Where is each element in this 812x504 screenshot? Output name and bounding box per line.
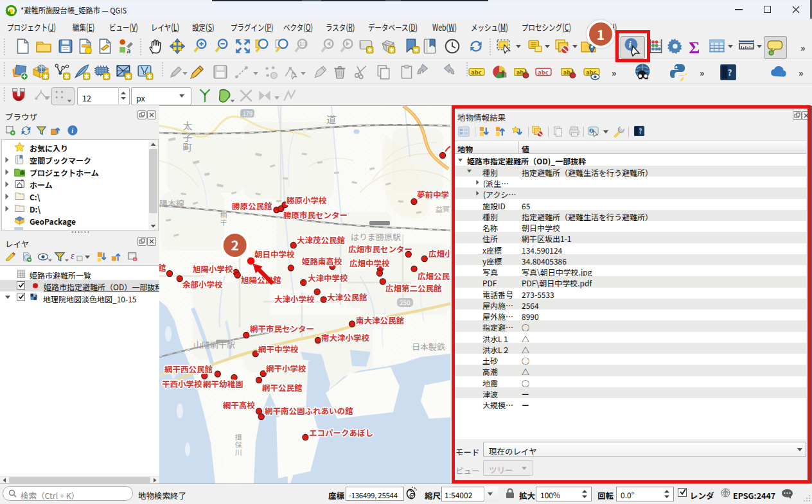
svg-text:大津茂公民館: 大津茂公民館	[297, 234, 345, 246]
svg-text:網干幼稚園: 網干幼稚園	[203, 378, 243, 390]
svg-text:大津中学校: 大津中学校	[308, 272, 348, 284]
svg-text:桐干: 桐干	[218, 212, 229, 226]
svg-text:益賀: 益賀	[436, 204, 450, 214]
svg-text:ab: ab	[563, 67, 570, 76]
svg-text:広畑公民: 広畑公民	[418, 270, 450, 282]
svg-text:日本製鉄: 日本製鉄	[412, 340, 446, 352]
svg-text:余部小学校: 余部小学校	[182, 278, 223, 290]
svg-text:1:1: 1:1	[299, 40, 307, 47]
svg-text:網干南公園ふれあいの館: 網干南公園ふれあいの館	[265, 404, 353, 417]
svg-text:大津公民館: 大津公民館	[327, 291, 367, 303]
svg-text:広畑中学校: 広畑中学校	[349, 257, 390, 269]
svg-text:250: 250	[400, 297, 410, 307]
svg-text:陽本線: 陽本線	[159, 197, 184, 209]
svg-text:勝原小学校: 勝原小学校	[287, 194, 327, 206]
svg-text:網干小学校: 網干小学校	[266, 362, 306, 374]
svg-text:はりま勝原駅: はりま勝原駅	[351, 230, 401, 243]
svg-text:広畑市民センター: 広畑市民センター	[348, 243, 412, 255]
svg-text:夢前中学: 夢前中学	[417, 188, 449, 200]
svg-text:姫路南高校: 姫路南高校	[302, 255, 342, 267]
svg-text:?: ?	[727, 65, 732, 78]
svg-text:i: i	[71, 126, 73, 134]
svg-text:網干中学校: 網干中学校	[258, 343, 299, 355]
svg-text:?: ?	[639, 126, 642, 135]
svg-text:朝日中学校: 朝日中学校	[254, 248, 295, 260]
svg-text:干西小学校: 干西小学校	[162, 378, 202, 390]
svg-text:網干西公民館: 網干西公民館	[164, 363, 213, 375]
svg-text:山陽網干駅: 山陽網干駅	[193, 338, 235, 351]
svg-text:2: 2	[231, 235, 239, 254]
svg-text:広畑小: 広畑小	[428, 247, 450, 259]
svg-text:広畑第二公民館: 広畑第二公民館	[385, 282, 442, 294]
svg-text:大津小学校: 大津小学校	[274, 293, 315, 305]
svg-text:179: 179	[243, 109, 252, 117]
svg-text:abc: abc	[538, 67, 548, 76]
svg-text:旭陽公民館: 旭陽公民館	[241, 274, 281, 286]
svg-text:揖保川: 揖保川	[233, 434, 243, 456]
svg-text:網干高校: 網干高校	[223, 399, 256, 411]
svg-text:南大津公民館: 南大津公民館	[356, 314, 404, 326]
svg-text:エコパークあぼし: エコパークあぼし	[309, 426, 373, 439]
svg-text:南大津小学校: 南大津小学校	[321, 331, 370, 343]
svg-text:網干公民館: 網干公民館	[262, 381, 303, 394]
svg-text:太子町: 太子町	[181, 121, 195, 153]
svg-text:館: 館	[159, 261, 166, 274]
svg-text:網干市民センター: 網干市民センター	[250, 322, 314, 335]
svg-text:勝原市民センター: 勝原市民センター	[283, 209, 348, 221]
svg-text:Σ: Σ	[689, 39, 700, 55]
svg-text:道: 道	[326, 112, 336, 126]
svg-text:旭陽小学校: 旭陽小学校	[193, 263, 233, 275]
svg-text:abc: abc	[471, 67, 481, 76]
svg-text:ab: ab	[516, 67, 524, 76]
svg-text:a: a	[127, 45, 130, 55]
svg-text:勝原公民館: 勝原公民館	[232, 200, 272, 212]
